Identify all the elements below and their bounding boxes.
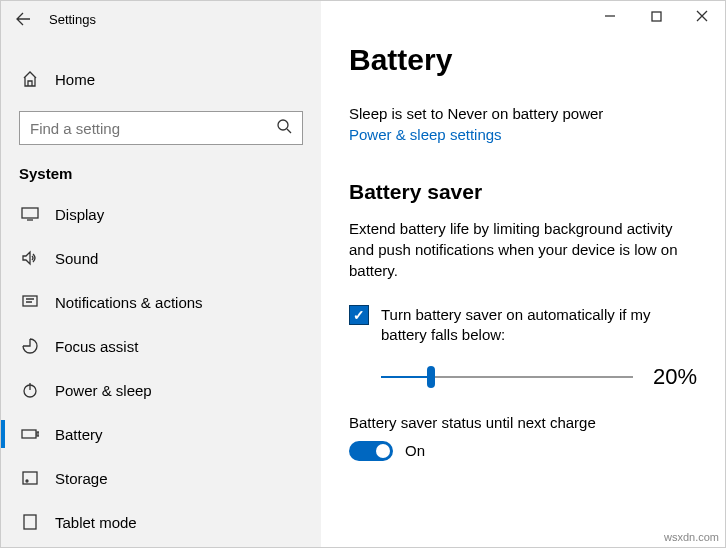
svg-point-7 <box>26 480 28 482</box>
titlebar: Settings <box>1 1 321 37</box>
nav-item-sound[interactable]: Sound <box>1 236 321 280</box>
threshold-slider[interactable] <box>381 365 633 389</box>
nav-item-tablet-mode[interactable]: Tablet mode <box>1 500 321 544</box>
nav-item-power-sleep[interactable]: Power & sleep <box>1 368 321 412</box>
storage-icon <box>21 471 39 485</box>
minimize-button[interactable] <box>587 1 633 31</box>
auto-saver-checkbox[interactable] <box>349 305 369 325</box>
search-icon <box>276 118 292 138</box>
nav-label: Focus assist <box>55 338 138 355</box>
back-arrow-icon <box>15 11 31 27</box>
display-icon <box>21 207 39 221</box>
slider-track <box>381 376 633 378</box>
close-icon <box>696 10 708 22</box>
nav-item-battery[interactable]: Battery <box>1 412 321 456</box>
threshold-percent: 20% <box>653 364 697 390</box>
svg-rect-8 <box>24 515 36 529</box>
svg-point-0 <box>278 120 288 130</box>
nav-label: Display <box>55 206 104 223</box>
auto-saver-row: Turn battery saver on automatically if m… <box>349 305 697 346</box>
slider-thumb[interactable] <box>427 366 435 388</box>
maximize-button[interactable] <box>633 1 679 31</box>
battery-saver-description: Extend battery life by limiting backgrou… <box>349 218 697 281</box>
nav-label: Tablet mode <box>55 514 137 531</box>
svg-rect-9 <box>652 12 661 21</box>
nav-label: Power & sleep <box>55 382 152 399</box>
saver-toggle-row: On <box>349 441 697 461</box>
svg-rect-2 <box>23 296 37 306</box>
nav-item-notifications[interactable]: Notifications & actions <box>1 280 321 324</box>
battery-saver-heading: Battery saver <box>349 180 697 204</box>
svg-rect-6 <box>23 472 37 484</box>
main-content: Battery Sleep is set to Never on battery… <box>321 1 725 547</box>
page-title: Battery <box>349 43 697 77</box>
svg-rect-5 <box>37 432 39 436</box>
close-button[interactable] <box>679 1 725 31</box>
section-label: System <box>1 145 321 192</box>
maximize-icon <box>651 11 662 22</box>
sound-icon <box>21 250 39 266</box>
nav-label: Sound <box>55 250 98 267</box>
svg-rect-4 <box>22 430 36 438</box>
nav-label: Notifications & actions <box>55 294 203 311</box>
nav-item-display[interactable]: Display <box>1 192 321 236</box>
minimize-icon <box>604 10 616 22</box>
saver-status-label: Battery saver status until next charge <box>349 414 697 431</box>
window-title: Settings <box>45 12 96 27</box>
nav-label: Storage <box>55 470 108 487</box>
nav-list: Display Sound Notifications & actions Fo… <box>1 192 321 547</box>
power-sleep-link[interactable]: Power & sleep settings <box>349 126 502 143</box>
nav-item-focus-assist[interactable]: Focus assist <box>1 324 321 368</box>
home-label: Home <box>55 71 95 88</box>
focus-assist-icon <box>21 338 39 354</box>
back-button[interactable] <box>1 1 45 37</box>
saver-toggle-label: On <box>405 442 425 459</box>
search-input[interactable] <box>30 120 276 137</box>
power-icon <box>21 382 39 398</box>
watermark: wsxdn.com <box>664 531 719 543</box>
nav-item-storage[interactable]: Storage <box>1 456 321 500</box>
saver-toggle[interactable] <box>349 441 393 461</box>
home-icon <box>21 70 39 88</box>
nav-label: Battery <box>55 426 103 443</box>
sidebar: Settings Home System Display Sound Notif… <box>1 1 321 547</box>
window-controls <box>587 1 725 31</box>
search-box[interactable] <box>19 111 303 145</box>
svg-rect-1 <box>22 208 38 218</box>
notifications-icon <box>21 294 39 310</box>
tablet-icon <box>21 514 39 530</box>
threshold-slider-row: 20% <box>349 364 697 390</box>
slider-fill <box>381 376 431 378</box>
sleep-status-text: Sleep is set to Never on battery power <box>349 105 697 122</box>
battery-icon <box>21 428 39 440</box>
auto-saver-label: Turn battery saver on automatically if m… <box>381 305 697 346</box>
home-nav[interactable]: Home <box>1 57 321 101</box>
